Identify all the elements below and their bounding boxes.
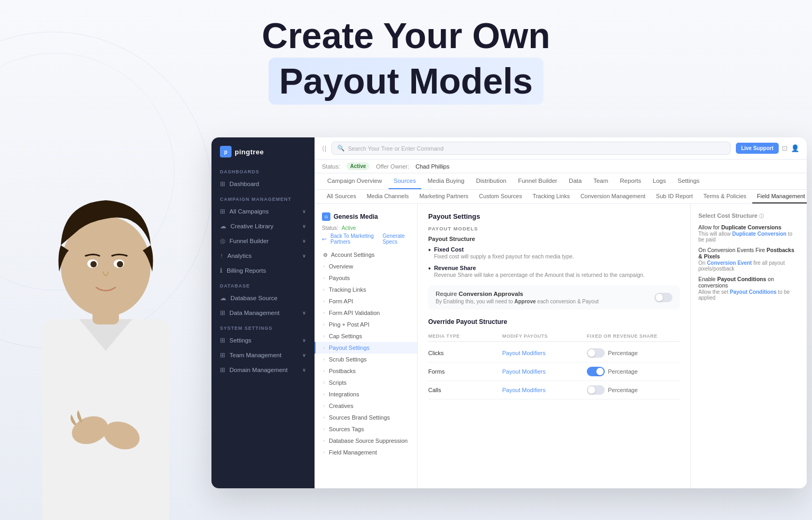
meta-title: Select Cost Structure ⓘ [698,212,799,220]
meta-option-payout-conditions: Enable Payout Conditions on conversions … [698,276,799,301]
sidebar-item-label: Data Management [229,310,280,316]
menu-integrations[interactable]: › Integrations [315,388,417,400]
sidebar-item-data-management[interactable]: ⊞ Data Management ∨ [211,305,315,320]
live-support-button[interactable]: Live Support [736,143,779,154]
menu-database-source-suppression[interactable]: › Database Source Suppression [315,435,417,447]
right-panel: Payout Settings PAYOUT MODELS Payout Str… [418,204,690,488]
menu-account-settings[interactable]: ⚙ Account Settings [315,249,417,261]
share-type-forms: Percentage [608,368,638,375]
sidebar-logo: p pingtree [211,137,315,164]
menu-cap-settings[interactable]: › Cap Settings [315,330,417,342]
menu-creatives[interactable]: › Creatives [315,400,417,412]
tab-media-buying[interactable]: Media Buying [422,173,470,189]
tab-funnel-builder[interactable]: Funnel Builder [513,173,562,189]
arrow-icon: › [323,299,325,304]
sidebar-item-label: Team Management [229,352,281,358]
meta-option-duplicate-desc: This will allow Duplicate Conversion to … [698,231,799,243]
user-icon[interactable]: 👤 [791,144,799,152]
sidebar-item-label: Database Source [230,295,278,301]
window-icon[interactable]: ⊡ [782,144,788,152]
menu-tracking-links[interactable]: › Tracking Links [315,284,417,295]
search-box[interactable]: 🔍 Search Your Tree or Enter Command [331,142,731,155]
toggle-calls[interactable] [587,385,605,395]
tab-data[interactable]: Data [564,173,587,189]
menu-payout-settings[interactable]: › Payout Settings [315,342,417,354]
meta-option-postbacks-title: On Conversion Events Fire Postbacks & Pi… [698,247,799,259]
svg-point-6 [117,261,123,267]
share-type-clicks: Percentage [608,350,638,356]
payout-modifiers-calls[interactable]: Payout Modifiers [502,387,587,393]
generate-link[interactable]: Generate Specs [383,233,410,245]
team-management-icon: ⊞ [220,351,225,359]
menu-overview[interactable]: › Overview [315,261,417,272]
subnav-terms-policies[interactable]: Terms & Policies [699,190,751,203]
subnav-custom-sources[interactable]: Custom Sources [474,190,527,203]
menu-payouts[interactable]: › Payouts [315,272,417,284]
menu-sources-brand-settings[interactable]: › Sources Brand Settings [315,412,417,423]
hero-subtitle-box: Payout Models [269,58,543,105]
sidebar-item-team-management[interactable]: ⊞ Team Management ∨ [211,348,315,363]
offer-owner-label: Offer Owner: [376,163,409,170]
fixed-cost-title: Fixed Cost [434,246,574,253]
chevron-icon: ∨ [302,367,306,373]
owner-name: Chad Phillips [416,163,449,170]
menu-sources-tags[interactable]: › Sources Tags [315,423,417,435]
tab-team[interactable]: Team [588,173,613,189]
arrow-icon: › [323,438,325,443]
back-link[interactable]: Back To Marketing Partners [330,233,376,245]
payout-option-fixed: • Fixed Cost Fixed cost will supply a fi… [428,246,680,259]
menu-form-api-validation[interactable]: › Form API Validation [315,307,417,319]
subnav-field-management[interactable]: Field Management [752,190,807,203]
sidebar-item-funnel-builder[interactable]: ◎ Funnel Builder ∨ [211,234,315,248]
subnav-all-sources[interactable]: All Sources [322,190,361,203]
menu-postbacks[interactable]: › Postbacks [315,365,417,377]
collapse-icon[interactable]: ⟨| [322,145,326,152]
payout-modifiers-forms[interactable]: Payout Modifiers [502,368,587,375]
tab-distribution[interactable]: Distribution [470,173,512,189]
conversion-approvals-toggle[interactable] [654,293,672,302]
meta-option-postbacks: On Conversion Events Fire Postbacks & Pi… [698,247,799,272]
subnav-marketing-partners[interactable]: Marketing Partners [414,190,473,203]
sidebar-item-creative-library[interactable]: ☁ Creative Library ∨ [211,219,315,234]
subnav-conversion-management[interactable]: Conversion Management [576,190,650,203]
sidebar-item-all-campaigns[interactable]: ⊞ All Campaigns ∨ [211,204,315,219]
sidebar-item-dashboard[interactable]: ⊞ Dashboard [211,177,315,191]
panel-links: ↩ Back To Marketing Partners Generate Sp… [315,233,417,249]
menu-form-api[interactable]: › Form API [315,295,417,307]
toggle-clicks[interactable] [587,348,605,358]
menu-scripts[interactable]: › Scripts [315,377,417,388]
subnav-tracking-links[interactable]: Tracking Links [528,190,575,203]
sidebar-item-analytics[interactable]: ↑ Analytics ∨ [211,248,315,263]
menu-scrub-settings[interactable]: › Scrub Settings [315,354,417,365]
arrow-icon: › [323,287,325,292]
sidebar-item-settings[interactable]: ⊞ Settings ∨ [211,333,315,348]
tab-sources[interactable]: Sources [389,173,421,189]
tab-logs[interactable]: Logs [648,173,671,189]
media-type-calls: Calls [428,387,502,393]
sidebar-item-domain-management[interactable]: ⊞ Domain Management ∨ [211,363,315,377]
meta-option-payout-conditions-title: Enable Payout Conditions on conversions [698,276,799,289]
sidebar-item-billing-reports[interactable]: ℹ Billing Reports [211,263,315,278]
menu-ping-post-api[interactable]: › Ping + Post API [315,319,417,330]
data-management-icon: ⊞ [220,309,225,317]
section-dashboards: DASHBOARDS [211,164,315,177]
sidebar-item-database-source[interactable]: ☁ Database Source [211,291,315,305]
subnav-sub-id-report[interactable]: Sub ID Report [651,190,698,203]
chevron-icon: ∨ [302,224,306,229]
bullet-revenue: • [428,265,431,272]
override-title: Override Payout Structure [428,318,680,326]
panel-title-icon: G [322,212,330,221]
share-type-calls: Percentage [608,387,638,393]
tab-settings[interactable]: Settings [672,173,705,189]
arrow-icon: › [323,333,325,339]
tab-campaign-overview[interactable]: Campaign Overview [322,173,387,189]
subnav-media-channels[interactable]: Media Channels [362,190,414,203]
toggle-forms[interactable] [587,367,605,376]
menu-field-management[interactable]: › Field Management [315,447,417,458]
sidebar-item-label: Domain Management [229,367,288,373]
arrow-icon: › [323,357,325,362]
tab-reports[interactable]: Reports [615,173,647,189]
payout-modifiers-clicks[interactable]: Payout Modifiers [502,350,587,356]
table-header: MEDIA TYPE MODIFY PAYOUTS FIXED OR REVEN… [428,331,680,342]
topbar-actions: Live Support ⊡ 👤 [736,143,799,154]
